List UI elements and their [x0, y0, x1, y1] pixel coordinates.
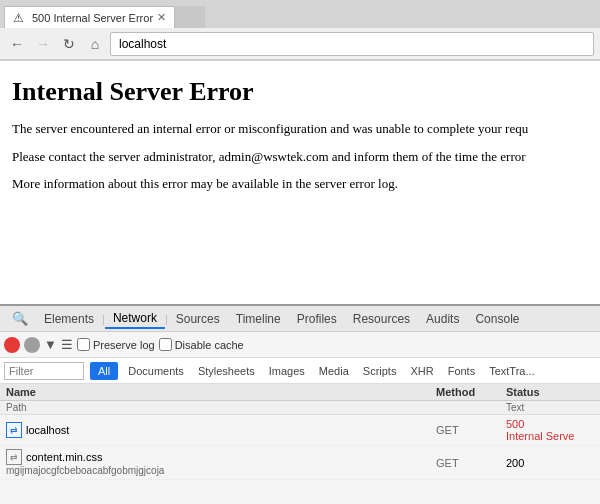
- tab-sources[interactable]: Sources: [168, 310, 228, 328]
- preserve-log-label[interactable]: Preserve log: [77, 338, 155, 351]
- forward-button[interactable]: →: [32, 33, 54, 55]
- devtools-toolbar: ▼ ☰ Preserve log Disable cache: [0, 332, 600, 358]
- filter-documents[interactable]: Documents: [124, 365, 188, 377]
- row-name-cell: ⇄ localhost: [0, 419, 430, 441]
- browser-tab[interactable]: ⚠ 500 Internal Server Error ✕: [4, 6, 175, 28]
- row-path: mgijmajocgfcbeboacabfgobmjgjcoja: [6, 465, 424, 476]
- col-subheader-method: [430, 401, 500, 414]
- row-status-cell: 200: [500, 454, 600, 472]
- filter-fonts[interactable]: Fonts: [444, 365, 480, 377]
- tab-network[interactable]: Network: [105, 309, 165, 329]
- reload-button[interactable]: ↻: [58, 33, 80, 55]
- filter-scripts[interactable]: Scripts: [359, 365, 401, 377]
- filter-xhr[interactable]: XHR: [406, 365, 437, 377]
- filter-stylesheets[interactable]: Stylesheets: [194, 365, 259, 377]
- row-status-code: 500: [506, 418, 594, 430]
- tab-audits[interactable]: Audits: [418, 310, 467, 328]
- filter-other[interactable]: TextTra...: [485, 365, 538, 377]
- error-line1: The server encountered an internal error…: [12, 119, 588, 139]
- devtools-tab-bar: 🔍 Elements | Network | Sources Timeline …: [0, 306, 600, 332]
- filter-button[interactable]: ▼: [44, 337, 57, 352]
- tab-elements[interactable]: Elements: [36, 310, 102, 328]
- new-tab[interactable]: [175, 6, 205, 28]
- table-row[interactable]: ⇄ localhost GET 500 Internal Serve: [0, 415, 600, 446]
- navigation-bar: ← → ↻ ⌂: [0, 28, 600, 60]
- row-name-cell: ⇄ content.min.css mgijmajocgfcbeboacabfg…: [0, 446, 430, 479]
- row-filename: localhost: [26, 424, 69, 436]
- preserve-log-text: Preserve log: [93, 339, 155, 351]
- disable-cache-text: Disable cache: [175, 339, 244, 351]
- col-subheader-path: Path: [0, 401, 430, 414]
- row-status-text: Internal Serve: [506, 430, 594, 442]
- home-button[interactable]: ⌂: [84, 33, 106, 55]
- tab-close-button[interactable]: ✕: [157, 11, 166, 24]
- row-status-cell: 500 Internal Serve: [500, 415, 600, 445]
- row-method-cell: GET: [430, 454, 500, 472]
- page-content: Internal Server Error The server encount…: [0, 61, 600, 293]
- row-icon: ⇄: [6, 422, 22, 438]
- error-title: Internal Server Error: [12, 77, 588, 107]
- address-bar[interactable]: [110, 32, 594, 56]
- back-button[interactable]: ←: [6, 33, 28, 55]
- filter-media[interactable]: Media: [315, 365, 353, 377]
- filter-images[interactable]: Images: [265, 365, 309, 377]
- devtools-filter-bar: All Documents Stylesheets Images Media S…: [0, 358, 600, 384]
- network-table: Name Method Status Path Text ⇄ localhost…: [0, 384, 600, 480]
- list-view-button[interactable]: ☰: [61, 337, 73, 352]
- error-line2: Please contact the server administrator,…: [12, 147, 588, 167]
- row-method-cell: GET: [430, 421, 500, 439]
- col-subheader-text: Text: [500, 401, 600, 414]
- col-header-status: Status: [500, 384, 600, 400]
- tab-resources[interactable]: Resources: [345, 310, 418, 328]
- devtools-panel: 🔍 Elements | Network | Sources Timeline …: [0, 304, 600, 504]
- record-button[interactable]: [4, 337, 20, 353]
- tab-favicon: ⚠: [13, 11, 27, 25]
- clear-button[interactable]: [24, 337, 40, 353]
- table-subheader-row: Path Text: [0, 401, 600, 415]
- col-header-name: Name: [0, 384, 430, 400]
- disable-cache-label[interactable]: Disable cache: [159, 338, 244, 351]
- row-filename: content.min.css: [26, 451, 102, 463]
- filter-all-button[interactable]: All: [90, 362, 118, 380]
- devtools-search-icon[interactable]: 🔍: [4, 309, 36, 328]
- preserve-log-checkbox[interactable]: [77, 338, 90, 351]
- col-header-method: Method: [430, 384, 500, 400]
- error-line3: More information about this error may be…: [12, 174, 588, 194]
- table-row[interactable]: ⇄ content.min.css mgijmajocgfcbeboacabfg…: [0, 446, 600, 480]
- tab-title: 500 Internal Server Error: [32, 12, 153, 24]
- tab-profiles[interactable]: Profiles: [289, 310, 345, 328]
- row-status-code: 200: [506, 457, 594, 469]
- disable-cache-checkbox[interactable]: [159, 338, 172, 351]
- network-filter-input[interactable]: [4, 362, 84, 380]
- tab-console[interactable]: Console: [467, 310, 527, 328]
- table-header-row: Name Method Status: [0, 384, 600, 401]
- tab-timeline[interactable]: Timeline: [228, 310, 289, 328]
- row-icon: ⇄: [6, 449, 22, 465]
